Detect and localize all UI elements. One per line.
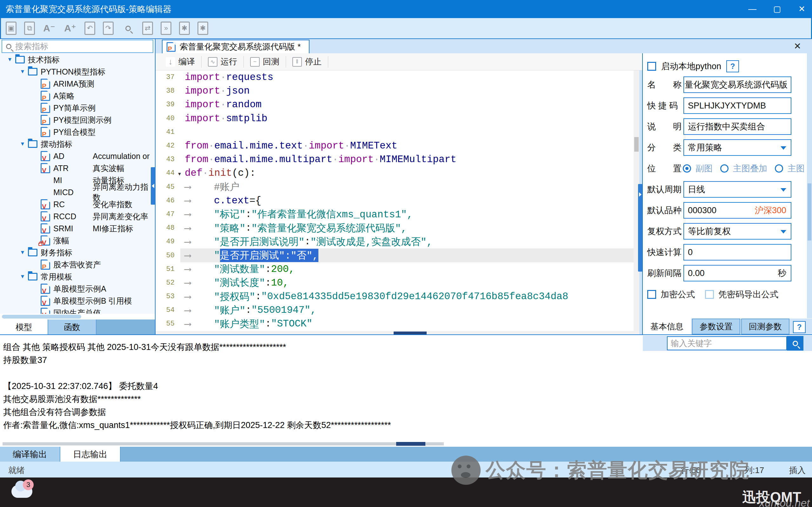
tree-item[interactable]: V单股模型示例A <box>0 283 155 295</box>
refresh-interval-field[interactable]: 0.00秒 <box>684 265 791 281</box>
editor-button-编译[interactable]: ↓编译 <box>159 56 201 68</box>
tree-item[interactable]: MICD异同离差动力指数 <box>0 186 155 198</box>
log-output[interactable]: 组合 其他 策略授权码 其他 2025-10-31今天没有跟单数据*******… <box>0 335 812 447</box>
help-button[interactable]: ? <box>793 321 806 333</box>
line-number: 38 <box>156 87 180 95</box>
panel-vscrollbar[interactable] <box>807 53 812 318</box>
code-editor[interactable]: 37import·requests38import·json39import·r… <box>156 70 634 331</box>
tree-item[interactable]: V国内生产总值 <box>0 307 155 314</box>
sidebar-tab-函数[interactable]: 函数 <box>48 320 97 335</box>
panel-tab-参数设置[interactable]: 参数设置 <box>692 319 740 334</box>
tree-item-description: Accumulation or <box>93 152 150 161</box>
radio-主图叠加[interactable] <box>720 164 728 173</box>
tree-item[interactable]: VRC变化率指数 <box>0 198 155 210</box>
indicator-search-input[interactable]: 搜索指标 <box>2 40 153 53</box>
editor-tab[interactable]: P 索普量化聚宽交易系统源代码版 * <box>162 40 310 53</box>
tree-item[interactable]: PPY简单示例 <box>0 102 155 114</box>
panel-collapse-handle[interactable] <box>638 184 643 272</box>
notification-badge: 3 <box>23 480 34 490</box>
maximize-button[interactable]: ▢ <box>771 4 783 14</box>
close-button[interactable]: ✕ <box>796 4 808 14</box>
encrypt-formula-checkbox[interactable] <box>647 290 656 299</box>
editor-button-运行[interactable]: ∿运行 <box>202 56 243 68</box>
default-symbol-field[interactable]: 000300沪深300 <box>684 202 791 219</box>
log-hscrollbar[interactable] <box>0 442 812 446</box>
editor-button-停止[interactable]: ‖停止 <box>286 56 328 68</box>
default-period-select[interactable]: 日线 <box>684 181 791 198</box>
local-python-checkbox[interactable] <box>647 62 656 71</box>
tree-item[interactable]: ▼财务指标 <box>0 246 155 259</box>
font-increase-icon[interactable]: A⁺ <box>63 21 77 36</box>
save-icon[interactable]: ▣ <box>6 21 16 35</box>
undo-icon[interactable]: ↶ <box>85 21 95 35</box>
adjust-mode-select[interactable]: 等比前复权 <box>684 223 791 239</box>
tree-item[interactable]: ▼PYTHON模型指标 <box>0 66 155 78</box>
tree-item[interactable]: PPY组合模型 <box>0 126 155 138</box>
run-list-icon[interactable]: » <box>161 21 171 35</box>
expander-icon[interactable]: ▼ <box>17 249 28 256</box>
log-line: 【2025-10-31 22:37:02.746】 委托数量4 <box>0 380 812 393</box>
line-number: 49 <box>156 238 180 245</box>
name-field[interactable]: 索普量化聚宽交易系统源代码版 <box>684 76 791 93</box>
tree-item-label: 常用模板 <box>41 272 78 282</box>
password-export-checkbox[interactable] <box>705 290 714 299</box>
tree-item[interactable]: VRCCD异同离差变化率 <box>0 210 155 222</box>
help-button[interactable]: ? <box>726 60 739 72</box>
sidebar-collapse-handle[interactable] <box>151 167 155 205</box>
tree-item[interactable]: ▼摆动指标 <box>0 138 155 150</box>
script-settings-icon[interactable]: ✱ <box>198 21 208 35</box>
scrollbar-thumb[interactable] <box>394 332 427 334</box>
tree-item[interactable]: PPY模型回测示例 <box>0 114 155 126</box>
folder-icon <box>15 56 25 63</box>
tree-item[interactable]: VSRMIMI修正指标 <box>0 222 155 234</box>
radio-主图[interactable] <box>775 164 783 173</box>
scrollbar-thumb[interactable] <box>396 442 425 446</box>
editor-tab-close-icon[interactable]: ✕ <box>794 41 801 51</box>
scrollbar-thumb[interactable] <box>2 315 81 319</box>
redo-icon[interactable]: ↷ <box>103 21 114 35</box>
tree-item[interactable]: P股本营收资产 <box>0 259 155 271</box>
font-decrease-icon[interactable]: A⁻ <box>43 21 56 36</box>
output-tab-日志输出[interactable]: 日志输出 <box>60 447 121 462</box>
tree-item[interactable]: ▼常用模板 <box>0 271 155 283</box>
compare-icon[interactable]: ⇄ <box>142 21 153 35</box>
formula-settings-icon[interactable]: ✱ <box>179 21 190 35</box>
tree-item[interactable]: V涨幅 <box>0 234 155 246</box>
find-icon[interactable] <box>121 21 134 36</box>
tree-item[interactable]: ▼技术指标 <box>0 54 155 66</box>
code-token: · <box>220 113 226 124</box>
scrollbar-thumb[interactable] <box>634 137 639 152</box>
tree-item[interactable]: PARIMA预测 <box>0 78 155 90</box>
category-select[interactable]: 常用策略 <box>684 139 791 156</box>
checkbox-label: 凭密码导出公式 <box>718 289 778 300</box>
panel-tab-回测参数[interactable]: 回测参数 <box>741 319 790 334</box>
keyword-search-button[interactable] <box>787 336 803 351</box>
fold-marker-icon[interactable]: ▼ <box>178 172 181 177</box>
expander-icon[interactable]: ▼ <box>17 68 28 75</box>
tree-item[interactable]: VATR真实波幅 <box>0 162 155 174</box>
line-number: 46 <box>156 197 180 205</box>
panel-tab-基本信息[interactable]: 基本信息 <box>643 319 691 334</box>
minimize-button[interactable]: — <box>747 4 758 14</box>
tree-item[interactable]: PA策略 <box>0 90 155 102</box>
save-all-icon[interactable]: ⧉ <box>24 21 35 35</box>
description-field[interactable]: 运行指数中买卖组合 <box>684 118 791 135</box>
keyword-search-input[interactable]: 输入关键字 <box>667 336 787 350</box>
line-number: 50 <box>156 251 180 260</box>
scrollbar-thumb[interactable] <box>808 183 811 240</box>
code-token: "索普量化聚宽交易系统源代码版", <box>252 221 407 235</box>
tree-item[interactable]: VADAccumulation or <box>0 150 155 162</box>
sidebar-tab-模型[interactable]: 模型 <box>0 320 48 335</box>
expander-icon[interactable]: ▼ <box>17 141 28 147</box>
shortcut-code-field[interactable]: SPLHJKJYXTYDMB <box>684 97 791 114</box>
sidebar-hscrollbar[interactable] <box>0 314 155 320</box>
scrollbar-thumb[interactable] <box>3 442 444 445</box>
output-tab-编译输出[interactable]: 编译输出 <box>0 447 60 462</box>
expander-icon[interactable]: ▼ <box>4 56 15 63</box>
fast-calc-field[interactable]: 0 <box>684 244 791 261</box>
tree-item[interactable]: V单股模型示例B引用模 <box>0 295 155 307</box>
line-number: 53 <box>156 292 180 300</box>
expander-icon[interactable]: ▼ <box>17 274 28 280</box>
editor-button-回测[interactable]: ~回测 <box>244 56 286 68</box>
radio-副图[interactable] <box>683 164 691 173</box>
